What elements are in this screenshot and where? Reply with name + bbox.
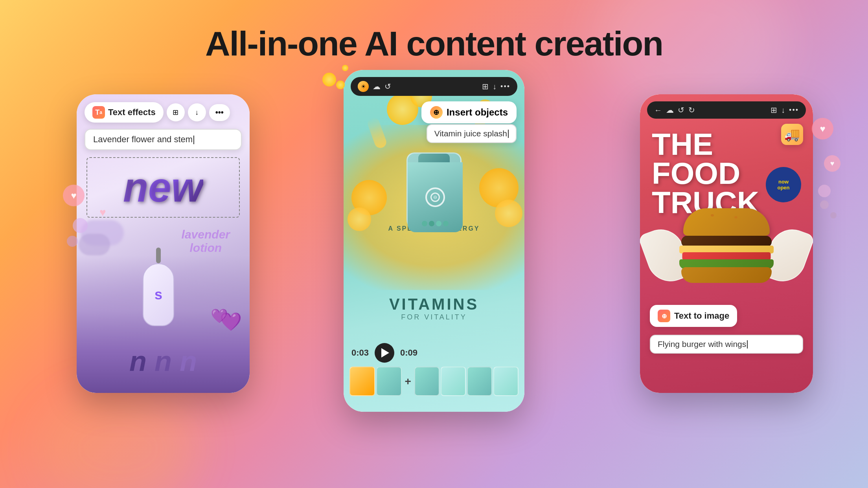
burger-stack (677, 208, 776, 295)
bubble-right-2 (820, 200, 829, 209)
download-btn[interactable]: ↓ (188, 103, 206, 121)
download-icon-mid[interactable]: ↓ (493, 82, 497, 91)
filmstrip-right (414, 367, 519, 396)
burger-scene (648, 189, 805, 314)
flying-burger-input[interactable]: Flying burger with wings (650, 335, 803, 354)
mid-phone-screen: ☀ ☁ ↺ ⊞ ↓ ••• ⊕ Insert objects Vitamin j… (344, 70, 524, 412)
title-food: FOOD (652, 159, 759, 188)
text-effects-label: Text effects (108, 107, 156, 117)
duplicate-btn[interactable]: ⊞ (167, 103, 185, 121)
vitamin-input-value: Vitamin juice splash (434, 129, 507, 138)
phone-mid: ☀ ☁ ↺ ⊞ ↓ ••• ⊕ Insert objects Vitamin j… (344, 70, 524, 412)
vitamin-jar-container: ⊖ (406, 152, 462, 231)
splash-left-2 (348, 207, 371, 231)
bottle-pump (156, 248, 161, 263)
title-the: THE (652, 130, 759, 159)
cloud-deco-2 (79, 234, 110, 255)
phone-left: ♥ Ta Text effects ⊞ ↓ ••• Lavender flowe… (77, 94, 250, 393)
insert-objects-badge[interactable]: ⊕ Insert objects (421, 101, 517, 123)
bottle-letter: s (154, 286, 162, 303)
heart-right-1: ♥ (812, 118, 833, 139)
copy-icon-right[interactable]: ⊞ (771, 105, 777, 115)
burger-bun-top (683, 208, 770, 236)
more-icon-mid[interactable]: ••• (500, 83, 510, 91)
left-input-value: Lavender flower and stem (93, 134, 193, 144)
cloud-icon-right: ☁ (666, 105, 674, 115)
lotion-bottle: s (135, 248, 182, 326)
right-phone-screen: ← ☁ ↺ ↻ ⊞ ↓ ••• 🚚 THE FOOD TRUCK now ope… (640, 94, 813, 393)
bubble-right-1 (818, 185, 831, 197)
left-phone-screen: ♥ Ta Text effects ⊞ ↓ ••• Lavender flowe… (77, 94, 250, 393)
burger-sesame-1 (711, 214, 714, 216)
redo-icon-right: ↻ (688, 105, 695, 115)
heart-right-2: ♥ (824, 155, 840, 172)
play-triangle-icon (381, 348, 389, 358)
float-drop-3 (342, 65, 348, 71)
jar-logo-circle: ⊖ (425, 187, 445, 207)
text-effects-icon: Ta (92, 106, 105, 119)
text-to-image-label: Text to image (674, 311, 729, 321)
toolbar-right: ← ☁ ↺ ↻ ⊞ ↓ ••• (647, 101, 806, 119)
filmstrip-left (349, 367, 402, 396)
toolbar-left: Ta Text effects ⊞ ↓ ••• (85, 102, 242, 123)
letter-variant-3: n (180, 345, 197, 377)
vitamins-title: VITAMINS (344, 295, 524, 313)
splash-right-2 (495, 200, 522, 227)
vitamin-input-box[interactable]: Vitamin juice splash (427, 124, 517, 143)
text-effects-pill[interactable]: Ta Text effects (85, 102, 164, 123)
product-text-block: lavender lotion (182, 228, 230, 255)
left-text-input[interactable]: Lavender flower and stem (85, 129, 242, 150)
jar-cap (418, 154, 450, 162)
letter-variants-row: n n n (88, 345, 238, 377)
main-title: All-in-one AI content creation (0, 24, 868, 64)
cloud-icon-mid: ☁ (373, 82, 381, 91)
float-drop-2 (336, 81, 345, 89)
bubble-right-3 (830, 212, 837, 218)
burger-tomato (682, 252, 771, 260)
vitamin-jar: ⊖ (406, 152, 462, 231)
lavender-sprig-2: 💜 (211, 308, 228, 324)
undo-icon-right: ↺ (678, 105, 684, 115)
lavender-text-2: lotion (182, 241, 230, 255)
total-time: 0:09 (400, 348, 417, 358)
insert-objects-label: Insert objects (447, 107, 508, 118)
vitamins-sub: FOR VITALITY (344, 313, 524, 321)
heart-bubble-left-2 (73, 218, 88, 233)
play-button[interactable] (375, 343, 394, 363)
text-art-new-word: new (123, 164, 203, 211)
frame-4[interactable] (441, 367, 466, 396)
food-truck-icon: 🚚 (781, 124, 803, 145)
current-time: 0:03 (351, 348, 369, 358)
more-icon-right[interactable]: ••• (789, 106, 799, 114)
phone-right: ← ☁ ↺ ↻ ⊞ ↓ ••• 🚚 THE FOOD TRUCK now ope… (640, 94, 813, 393)
copy-icon-mid[interactable]: ⊞ (482, 82, 489, 91)
burger-bun-bot (681, 267, 772, 283)
lavender-text-1: lavender (182, 228, 230, 241)
burger-sesame-2 (734, 216, 737, 218)
capsules-inside (416, 221, 455, 226)
more-btn[interactable]: ••• (209, 104, 230, 121)
frame-6[interactable] (493, 367, 519, 396)
video-controls: 0:03 0:09 (351, 343, 517, 363)
text-to-image-badge[interactable]: ⊕ Text to image (650, 305, 737, 327)
sun-icon-mid: ☀ (358, 81, 369, 92)
back-icon-right[interactable]: ← (654, 106, 662, 115)
frame-5[interactable] (467, 367, 492, 396)
download-icon-right[interactable]: ↓ (781, 106, 785, 115)
vitamins-text: VITAMINS FOR VITALITY (344, 295, 524, 321)
now-text: now (778, 179, 789, 185)
frame-3[interactable] (414, 367, 440, 396)
frame-2[interactable] (376, 367, 402, 396)
heart-bubble-left-3 (67, 236, 78, 247)
filmstrip-container: + (349, 367, 519, 396)
jar-body: ⊖ (408, 162, 463, 232)
letter-variant-2: n (154, 345, 172, 377)
t2i-icon: ⊕ (658, 310, 670, 322)
toolbar-mid: ☀ ☁ ↺ ⊞ ↓ ••• (351, 77, 517, 96)
undo-icon-mid: ↺ (384, 82, 391, 91)
frame-1[interactable] (349, 367, 375, 396)
text-art-container: new (86, 157, 240, 218)
bottle-body: s (143, 263, 174, 326)
filmstrip-plus-icon[interactable]: + (405, 375, 411, 388)
letter-variant-1: n (129, 345, 147, 377)
